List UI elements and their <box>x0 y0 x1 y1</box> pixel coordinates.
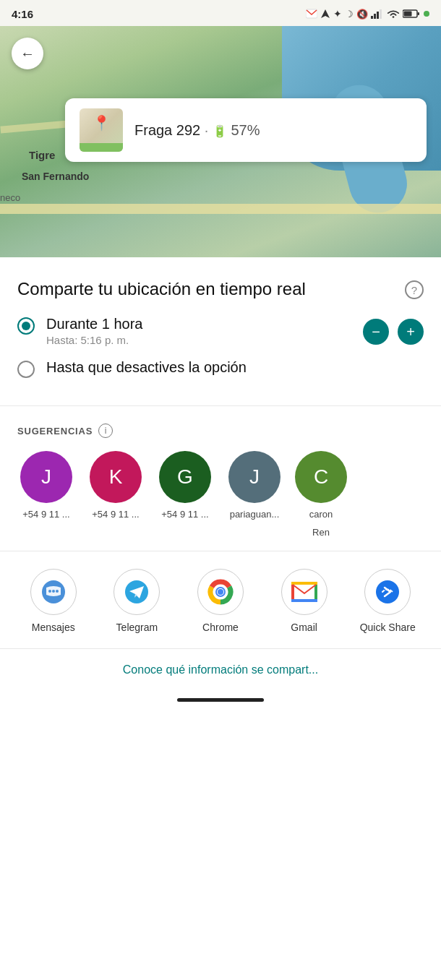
quickshare-icon <box>374 579 401 605</box>
share-section: Comparte tu ubicación en tiempo real ? D… <box>0 257 441 406</box>
app-chrome[interactable]: Chrome <box>184 569 257 634</box>
wifi-icon <box>387 9 400 19</box>
map-label-tigre: Tigre <box>29 149 55 161</box>
app-mensajes[interactable]: Mensajes <box>17 569 90 634</box>
radio-controls: − + <box>363 319 424 345</box>
radio-1-hora-outer[interactable] <box>17 317 35 335</box>
quickshare-label: Quick Share <box>360 621 416 634</box>
location-info: Fraga 292 · 🔋 57% <box>134 122 412 139</box>
contact-item-j2[interactable]: J pariaguan... <box>226 451 283 539</box>
mute-icon: 🔇 <box>356 9 368 20</box>
contact-item-j1[interactable]: J +54 9 11 ... <box>17 451 75 539</box>
svg-rect-21 <box>291 582 317 585</box>
share-title: Comparte tu ubicación en tiempo real <box>17 278 306 300</box>
mensajes-label: Mensajes <box>32 621 75 634</box>
decrement-button[interactable]: − <box>363 319 389 345</box>
bluetooth-icon: ✦ <box>333 8 342 20</box>
moon-icon: ☽ <box>345 9 354 20</box>
footer-link-text[interactable]: Conoce qué información se compart... <box>123 663 318 676</box>
svg-rect-2 <box>371 16 373 19</box>
home-indicator <box>0 691 441 712</box>
gmail-label: Gmail <box>291 621 317 634</box>
svg-point-17 <box>218 589 223 595</box>
location-pin-icon: 📍 <box>93 114 111 132</box>
signal-icon <box>371 9 384 19</box>
suggestions-label: SUGERENCIAS <box>17 426 93 437</box>
svg-point-11 <box>52 590 55 593</box>
contact-avatar-g: G <box>159 451 211 503</box>
radio-desactivar-outer[interactable] <box>17 361 35 378</box>
app-quickshare[interactable]: Quick Share <box>351 569 424 634</box>
chrome-label: Chrome <box>202 621 239 634</box>
telegram-label: Telegram <box>116 621 158 634</box>
svg-point-10 <box>48 590 51 593</box>
svg-rect-22 <box>291 599 317 602</box>
help-icon[interactable]: ? <box>405 280 424 299</box>
option-1-row: Durante 1 hora Hasta: 5:16 p. m. − + <box>17 316 424 346</box>
contact-phone-j1: +54 9 11 ... <box>22 509 69 521</box>
status-time: 4:16 <box>12 8 33 20</box>
option-2-content: Hasta que desactives la opción <box>46 359 424 376</box>
navigation-icon <box>320 9 330 19</box>
quickshare-icon-wrapper <box>364 569 411 615</box>
contact-phone-j2: pariaguan... <box>230 509 280 521</box>
apps-row: Mensajes Telegram <box>12 569 429 634</box>
contact-avatar-j2: J <box>228 451 281 503</box>
back-arrow-icon: ← <box>20 46 35 62</box>
option-1-label: Durante 1 hora <box>46 316 363 332</box>
mensajes-icon <box>40 579 67 605</box>
status-icons: ✦ ☽ 🔇 <box>306 8 429 20</box>
app-gmail[interactable]: Gmail <box>268 569 341 634</box>
footer-link-section: Conoce qué información se compart... <box>0 649 441 691</box>
location-card: 📍 Fraga 292 · 🔋 57% <box>65 98 427 162</box>
suggestions-header: SUGERENCIAS i <box>17 424 424 438</box>
contact-item-g[interactable]: G +54 9 11 ... <box>156 451 214 539</box>
suggestions-info-icon[interactable]: i <box>98 424 113 438</box>
battery-percent: 57% <box>231 122 260 138</box>
contact-avatar-c: C <box>295 451 347 503</box>
contact-avatar-k: K <box>90 451 142 503</box>
home-bar <box>177 698 264 702</box>
chrome-icon <box>207 579 234 605</box>
svg-rect-7 <box>418 12 420 15</box>
option-1-content: Durante 1 hora Hasta: 5:16 p. m. <box>46 316 363 346</box>
svg-rect-18 <box>291 582 317 602</box>
bottom-sheet: Comparte tu ubicación en tiempo real ? D… <box>0 257 441 712</box>
option-desactivar[interactable]: Hasta que desactives la opción <box>17 359 424 378</box>
option-2-label: Hasta que desactives la opción <box>46 359 424 376</box>
suggestions-section: SUGERENCIAS i J +54 9 11 ... K +54 9 11 … <box>0 406 441 551</box>
contact-item-c[interactable]: C caron Ren <box>295 451 347 539</box>
gmail-icon <box>291 582 317 602</box>
share-title-row: Comparte tu ubicación en tiempo real ? <box>17 278 424 300</box>
contact-item-k[interactable]: K +54 9 11 ... <box>87 451 145 539</box>
map-label-san-fernando: San Fernando <box>22 171 89 182</box>
back-button[interactable]: ← <box>12 38 43 69</box>
map-area: Tigre San Fernando neco ← 📍 Fraga 292 · … <box>0 26 441 257</box>
contact-phone-k: +54 9 11 ... <box>92 509 139 521</box>
contact-name-c: Ren <box>312 527 330 539</box>
app-telegram[interactable]: Telegram <box>100 569 173 634</box>
location-map-thumb: 📍 <box>80 108 123 152</box>
telegram-icon <box>124 579 150 605</box>
svg-rect-8 <box>404 12 412 17</box>
status-bar: 4:16 ✦ ☽ 🔇 <box>0 0 441 26</box>
battery-icon <box>403 9 420 19</box>
svg-point-23 <box>376 580 399 603</box>
gmail-status-icon <box>306 8 317 20</box>
battery-dot <box>424 11 429 17</box>
contact-avatar-j1: J <box>20 451 72 503</box>
radio-1-hora-inner <box>22 322 30 330</box>
contact-phone-g: +54 9 11 ... <box>161 509 208 521</box>
option-1-hora[interactable]: Durante 1 hora Hasta: 5:16 p. m. − + <box>17 316 424 346</box>
battery-status <box>403 9 429 19</box>
contacts-row: J +54 9 11 ... K +54 9 11 ... G +54 9 11… <box>17 451 424 539</box>
battery-icon-inline: 🔋 <box>213 125 227 137</box>
gmail-icon-wrapper <box>281 569 327 615</box>
telegram-icon-wrapper <box>114 569 160 615</box>
svg-point-12 <box>56 590 59 593</box>
contact-phone-c: caron <box>309 509 333 521</box>
svg-rect-3 <box>374 14 376 19</box>
svg-rect-4 <box>377 12 379 19</box>
svg-marker-1 <box>321 9 330 18</box>
increment-button[interactable]: + <box>398 319 424 345</box>
